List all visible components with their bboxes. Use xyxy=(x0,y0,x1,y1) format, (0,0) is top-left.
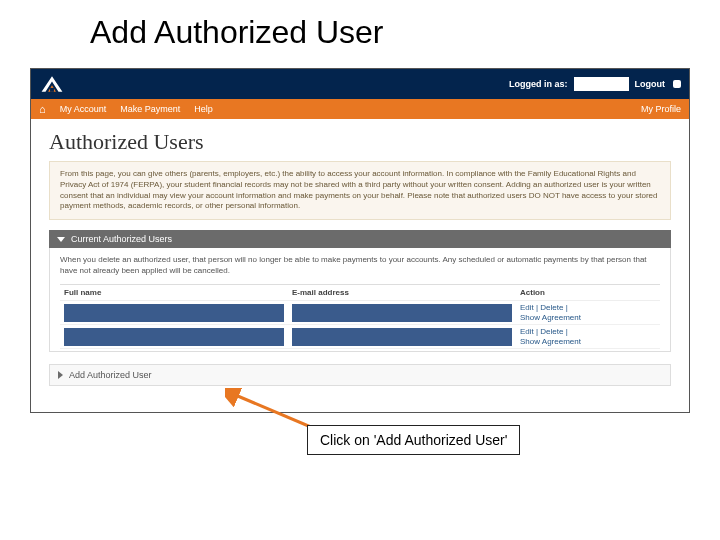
col-full-name: Full name xyxy=(60,284,288,300)
logged-in-user-redacted xyxy=(574,77,629,91)
app-screenshot: Logged in as: Logout ⌂ My Account Make P… xyxy=(30,68,690,413)
delete-link[interactable]: Delete xyxy=(540,327,563,336)
edit-link[interactable]: Edit xyxy=(520,327,534,336)
email-redacted xyxy=(292,328,512,346)
top-header: Logged in as: Logout xyxy=(31,69,689,99)
table-row: Edit | Delete | Show Agreement xyxy=(60,325,660,349)
add-authorized-user-label: Add Authorized User xyxy=(69,370,152,380)
main-nav: ⌂ My Account Make Payment Help My Profil… xyxy=(31,99,689,119)
nav-my-profile[interactable]: My Profile xyxy=(641,104,681,114)
ferpa-info-box: From this page, you can give others (par… xyxy=(49,161,671,220)
current-users-label: Current Authorized Users xyxy=(71,234,172,244)
edit-link[interactable]: Edit xyxy=(520,303,534,312)
delete-note: When you delete an authorized user, that… xyxy=(60,255,660,276)
name-redacted xyxy=(64,328,284,346)
name-redacted xyxy=(64,304,284,322)
table-row: Edit | Delete | Show Agreement xyxy=(60,300,660,324)
logged-in-label: Logged in as: xyxy=(509,79,568,89)
delete-link[interactable]: Delete xyxy=(540,303,563,312)
current-users-header[interactable]: Current Authorized Users xyxy=(49,230,671,248)
logout-icon xyxy=(673,80,681,88)
col-action: Action xyxy=(516,284,660,300)
instruction-callout: Click on 'Add Authorized User' xyxy=(307,425,520,455)
slide-title: Add Authorized User xyxy=(0,0,720,61)
home-icon[interactable]: ⌂ xyxy=(39,103,46,115)
add-authorized-user-button[interactable]: Add Authorized User xyxy=(49,364,671,386)
logout-link[interactable]: Logout xyxy=(635,79,666,89)
nav-my-account[interactable]: My Account xyxy=(60,104,107,114)
show-agreement-link[interactable]: Show Agreement xyxy=(520,337,581,346)
nav-help[interactable]: Help xyxy=(194,104,213,114)
page-title: Authorized Users xyxy=(49,129,671,155)
current-users-panel: When you delete an authorized user, that… xyxy=(49,248,671,352)
email-redacted xyxy=(292,304,512,322)
auburn-logo xyxy=(39,73,65,95)
page-content: Authorized Users From this page, you can… xyxy=(31,119,689,386)
chevron-down-icon xyxy=(57,237,65,242)
authorized-users-table: Full name E-mail address Action Edit | D… xyxy=(60,284,660,349)
nav-make-payment[interactable]: Make Payment xyxy=(120,104,180,114)
col-email: E-mail address xyxy=(288,284,516,300)
show-agreement-link[interactable]: Show Agreement xyxy=(520,313,581,322)
chevron-right-icon xyxy=(58,371,63,379)
